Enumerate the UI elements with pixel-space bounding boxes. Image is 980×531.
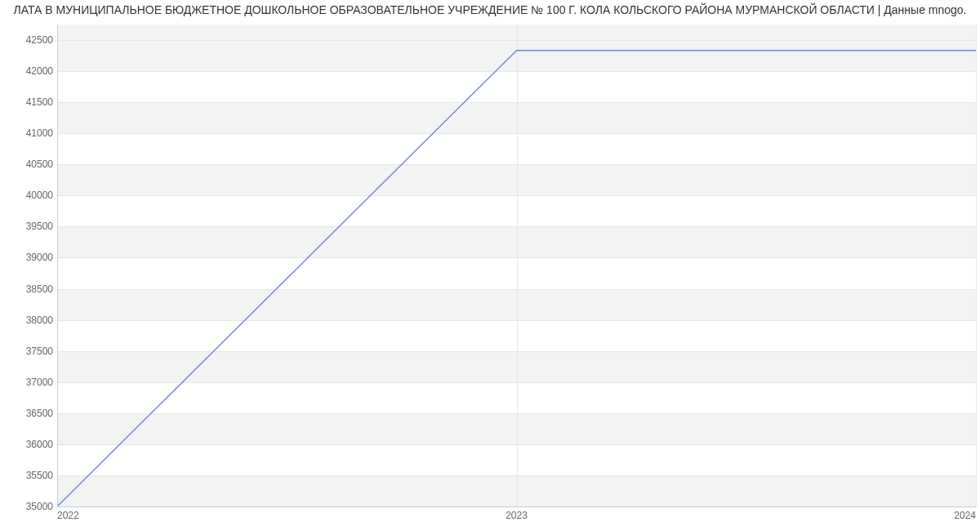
y-tick-label: 39500 — [7, 221, 53, 232]
y-tick-label: 42000 — [7, 65, 53, 77]
y-tick-label: 38000 — [7, 315, 53, 326]
line-series-layer — [57, 25, 976, 506]
x-tick-label: 2024 — [954, 510, 976, 521]
y-tick-label: 41000 — [7, 127, 53, 139]
series-line — [57, 51, 976, 506]
y-tick-label: 37000 — [7, 377, 53, 388]
y-tick-label: 41500 — [7, 96, 53, 108]
y-tick-label: 37500 — [7, 346, 53, 357]
y-tick-label: 36500 — [7, 408, 53, 419]
y-tick-label: 42500 — [7, 34, 53, 46]
y-tick-label: 35500 — [7, 470, 53, 481]
chart-title: ЛАТА В МУНИЦИПАЛЬНОЕ БЮДЖЕТНОЕ ДОШКОЛЬНО… — [0, 0, 980, 20]
y-tick-label: 39000 — [7, 252, 53, 263]
y-axis-line — [57, 25, 58, 506]
y-tick-label: 38500 — [7, 283, 53, 295]
y-tick-label: 40500 — [7, 158, 53, 170]
y-tick-label: 40000 — [7, 190, 53, 201]
y-tick-label: 35000 — [7, 501, 53, 512]
line-chart: ЛАТА В МУНИЦИПАЛЬНОЕ БЮДЖЕТНОЕ ДОШКОЛЬНО… — [0, 0, 980, 531]
x-axis-line — [57, 506, 976, 507]
plot-area — [57, 25, 976, 506]
y-tick-label: 36000 — [7, 439, 53, 450]
x-tick-label: 2022 — [57, 510, 79, 521]
x-tick-label: 2023 — [506, 510, 528, 521]
gridline-vertical — [976, 25, 977, 506]
